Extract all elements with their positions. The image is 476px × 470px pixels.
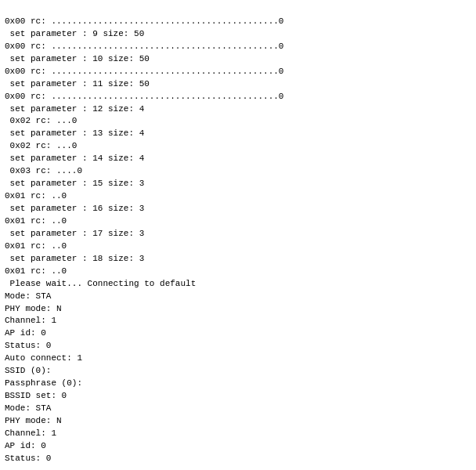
terminal-line: set parameter : 11 size: 50 [5,78,471,91]
terminal-line: 0x02 rc: ...0 [5,115,471,128]
terminal-line: set parameter : 9 size: 50 [5,28,471,41]
terminal-line: set parameter : 12 size: 4 [5,103,471,116]
terminal-line: 0x01 rc: ..0 [5,190,471,203]
terminal-line: Status: 0 [5,340,471,352]
terminal-line: set parameter : 16 size: 3 [5,203,471,215]
terminal-line: Status: 0 [5,453,471,465]
terminal-line: Mode: STA [5,291,471,303]
terminal-line: PHY mode: N [5,303,471,316]
terminal-line: set parameter : 10 size: 50 [5,53,471,66]
terminal-line: AP id: 0 [5,440,471,453]
terminal-line: Auto connect: 1 [5,352,471,365]
terminal-line: Please wait... Connecting to default [5,278,471,291]
terminal-line: set parameter : 14 size: 4 [5,153,471,165]
terminal-line: 0x01 rc: ..0 [5,266,471,278]
terminal-line: BSSID set: 0 [5,390,471,403]
terminal-line: Mode: STA [5,403,471,415]
terminal-line: 0x00 rc: ...............................… [5,91,471,103]
terminal-line: Channel: 1 [5,315,471,327]
terminal-line: AP id: 0 [5,327,471,340]
terminal-line: Passphrase (0): [5,378,471,390]
terminal-line: 0x01 rc: ..0 [5,240,471,253]
terminal-line: 0x00 rc: ...............................… [5,16,471,28]
terminal-line: set parameter : 15 size: 3 [5,178,471,190]
terminal-line: SSID (0): [5,365,471,378]
terminal-line: Channel: 1 [5,428,471,440]
terminal-line: set parameter : 17 size: 3 [5,228,471,240]
terminal-line: 0x00 rc: ...............................… [5,41,471,53]
terminal-line: PHY mode: N [5,415,471,428]
terminal-line: 0x01 rc: ..0 [5,215,471,228]
terminal-line: set parameter : 18 size: 3 [5,253,471,266]
terminal-line: 0x02 rc: ...0 [5,140,471,153]
terminal-output: 0x00 rc: ...............................… [0,0,476,468]
terminal-line: 0x03 rc: ....0 [5,165,471,178]
terminal-line: set parameter : 13 size: 4 [5,128,471,140]
terminal-line: 0x00 rc: ...............................… [5,66,471,78]
